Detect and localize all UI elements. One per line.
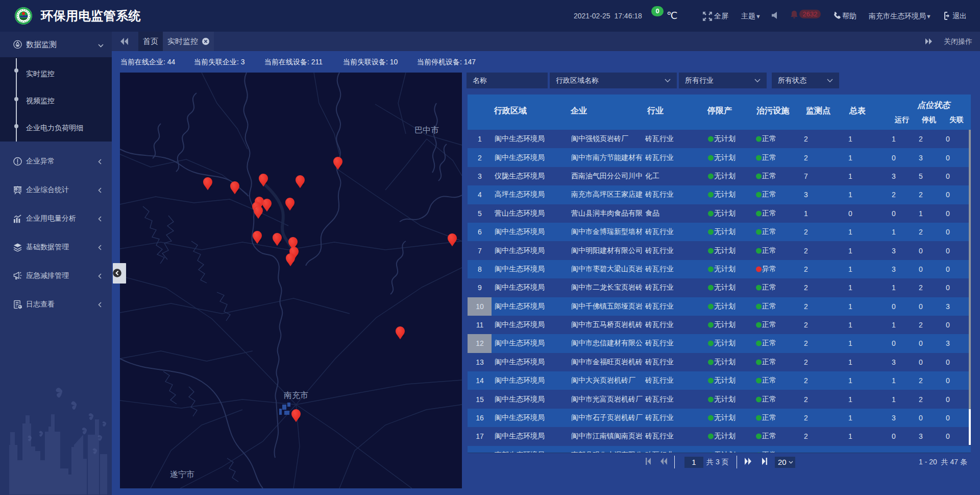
svg-text:遂宁市: 遂宁市 — [170, 470, 194, 479]
svg-text:巴中市: 巴中市 — [414, 126, 439, 134]
svg-text:南充市: 南充市 — [284, 391, 308, 399]
